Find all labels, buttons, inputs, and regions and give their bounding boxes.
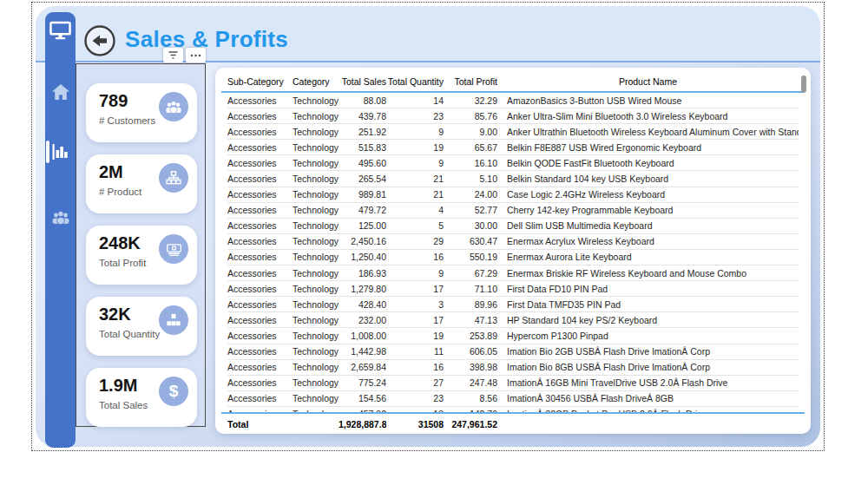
home-icon[interactable] (45, 83, 76, 101)
table-cell: Technology (293, 346, 339, 357)
table-cell: Imation Bio 2GB USBÂ Flash Drive Imation… (497, 346, 799, 357)
table-cell: 125.00 (339, 220, 386, 231)
table-row[interactable]: AccessoriesTechnology1,279.801771.10Firs… (227, 281, 799, 297)
column-header[interactable]: Category (293, 76, 339, 87)
kpi-value: 248K (99, 233, 141, 253)
table-cell: Case Logic 2.4GHz Wireless Keyboard (497, 189, 799, 200)
table-cell: Technology (293, 315, 339, 325)
back-button[interactable] (83, 24, 116, 57)
table-cell: 989.81 (339, 189, 386, 200)
column-header[interactable]: Product Name (497, 76, 799, 87)
column-header[interactable]: Sub-Category (227, 76, 293, 87)
table-cell: 19 (386, 142, 444, 153)
column-header[interactable]: Total Quantity (386, 76, 444, 87)
table-cell: 3 (386, 299, 444, 310)
table-row[interactable]: AccessoriesTechnology251.9299.00Anker Ul… (227, 124, 799, 140)
table-cell: ImationÂ 16GB Mini TravelDrive USB 2.0Â … (497, 377, 799, 388)
table-row[interactable]: AccessoriesTechnology1,250.4016550.19Ene… (227, 250, 799, 265)
kpi-card-quantity[interactable]: 32K Total Quantity (86, 297, 197, 356)
dollar-icon: $ (159, 377, 188, 406)
filter-icon[interactable] (163, 48, 183, 62)
table-cell: 71.10 (444, 284, 497, 294)
table-cell: Accessories (227, 393, 293, 403)
table-row[interactable]: AccessoriesTechnology88.081432.29AmazonB… (227, 93, 799, 108)
table-cell: 1,279.80 (339, 284, 386, 294)
column-header[interactable]: Total Sales (339, 76, 386, 87)
table-cell: 89.96 (444, 299, 497, 310)
table-cell: 550.19 (444, 252, 497, 262)
table-cell: 495.60 (339, 158, 386, 168)
table-cell: Technology (293, 142, 339, 153)
table-row[interactable]: AccessoriesTechnology457.9218142.76Imati… (227, 407, 799, 412)
table-row[interactable]: AccessoriesTechnology186.93967.29Enermax… (227, 265, 799, 281)
table-cell: Enermax Briskie RF Wireless Keyboard and… (497, 268, 799, 279)
kpi-card-profit[interactable]: 248K Total Profit (86, 226, 197, 285)
table-cell: Accessories (227, 111, 293, 121)
table-cell: 9 (386, 127, 444, 137)
table-row[interactable]: AccessoriesTechnology2,450.1629630.47Ene… (227, 234, 799, 250)
table-cell: First Data TMFD35 PIN Pad (497, 299, 799, 310)
table-row[interactable]: AccessoriesTechnology232.001747.13HP Sta… (227, 312, 799, 328)
table-cell: Belkin QODE FastFit Bluetooth Keyboard (497, 158, 799, 168)
table-row[interactable]: AccessoriesTechnology515.831965.67Belkin… (227, 140, 799, 155)
kpi-visual-panel: 789 # Customers 2M # Product 248K Total … (76, 63, 206, 427)
table-cell: 5 (386, 220, 444, 231)
table-cell: 9 (386, 158, 444, 168)
table-row[interactable]: AccessoriesTechnology775.2427247.48Imati… (227, 376, 799, 391)
table-row[interactable]: AccessoriesTechnology2,659.8416398.98Ima… (227, 360, 799, 376)
table-cell: 21 (386, 189, 444, 200)
table-cell: 30.00 (444, 220, 497, 231)
table-row[interactable]: AccessoriesTechnology428.40389.96First D… (227, 297, 799, 312)
table-cell: Accessories (227, 142, 293, 153)
table-cell: Technology (293, 111, 339, 121)
bar-chart-icon[interactable] (45, 142, 76, 161)
kpi-card-sales[interactable]: 1.9M Total Sales $ (86, 368, 197, 427)
table-cell: 4 (386, 205, 444, 215)
table-cell: 2,659.84 (339, 362, 386, 372)
table-row[interactable]: AccessoriesTechnology495.60916.10Belkin … (227, 155, 799, 171)
table-cell: Technology (293, 268, 339, 279)
table-row[interactable]: AccessoriesTechnology1,442.9811606.05Ima… (227, 344, 799, 360)
table-cell: Belkin F8E887 USB Wired Ergonomic Keyboa… (497, 142, 799, 153)
table-cell: 5.10 (444, 174, 497, 184)
table-cell: 630.47 (444, 236, 497, 246)
table-cell: Anker Ultra-Slim Mini Bluetooth 3.0 Wire… (497, 111, 799, 121)
table-cell: Technology (293, 189, 339, 200)
more-options-icon[interactable] (186, 48, 206, 62)
table-row[interactable]: AccessoriesTechnology479.72452.77Cherry … (227, 203, 799, 219)
table-row[interactable]: AccessoriesTechnology439.782385.76Anker … (227, 108, 799, 124)
table-cell: Technology (293, 393, 339, 403)
kpi-value: 32K (99, 305, 131, 324)
kpi-card-product[interactable]: 2M # Product (86, 154, 197, 213)
table-cell: 479.72 (339, 205, 386, 215)
table-cell: Accessories (227, 158, 293, 168)
kpi-value: 2M (99, 162, 123, 182)
table-cell: 19 (386, 331, 444, 341)
scrollbar-thumb[interactable] (801, 75, 806, 93)
kpi-card-customers[interactable]: 789 # Customers (86, 83, 197, 142)
table-cell: 17 (386, 315, 444, 325)
table-cell: 29 (386, 236, 444, 246)
people-icon[interactable] (45, 210, 76, 226)
kpi-label: # Customers (99, 115, 155, 126)
table-cell: 1,250.40 (339, 252, 386, 262)
table-row[interactable]: AccessoriesTechnology1,008.0019253.89Hyp… (227, 328, 799, 344)
table-row[interactable]: AccessoriesTechnology989.812124.00Case L… (227, 187, 799, 203)
table-row[interactable]: AccessoriesTechnology265.54215.10Belkin … (227, 171, 799, 187)
kpi-label: Total Profit (99, 258, 146, 268)
table-cell: Hypercom P1300 Pinpad (497, 331, 799, 341)
table-cell: 9.00 (444, 127, 497, 137)
table-cell: Accessories (227, 205, 293, 215)
column-header[interactable]: Total Profit (444, 76, 497, 87)
total-quantity-value: 31508 (386, 419, 444, 429)
table-cell: 515.83 (339, 142, 386, 153)
table-cell: 1,008.00 (339, 331, 386, 341)
table-cell: ImationÂ 30456 USBÂ Flash DriveÂ 8GB (497, 393, 799, 403)
table-cell: 232.00 (339, 315, 386, 325)
table-cell: Accessories (227, 252, 293, 262)
table-cell: Technology (293, 236, 339, 246)
table-row[interactable]: AccessoriesTechnology125.00530.00Dell Sl… (227, 219, 799, 234)
table-row[interactable]: AccessoriesTechnology154.56238.56Imation… (227, 391, 799, 407)
table-cell: 17 (386, 284, 444, 294)
table-cell: 14 (386, 95, 444, 106)
